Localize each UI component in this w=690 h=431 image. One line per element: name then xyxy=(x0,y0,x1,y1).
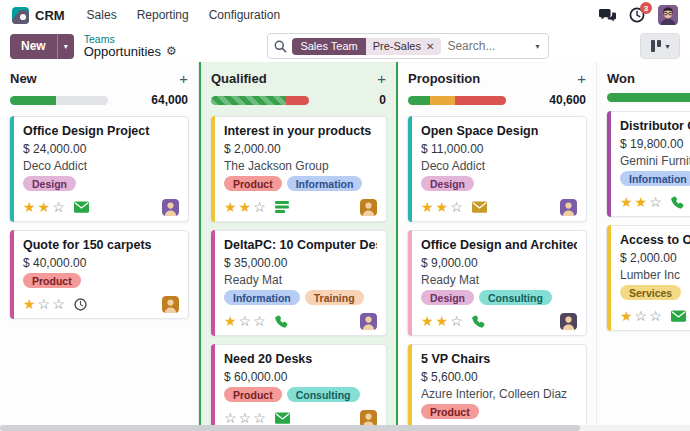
priority-star-icon[interactable]: ☆ xyxy=(253,411,266,425)
phone-activity-icon[interactable] xyxy=(472,315,485,328)
search-options-caret-icon[interactable]: ▾ xyxy=(526,34,548,58)
card-partner: The Jackson Group xyxy=(224,159,377,173)
salesperson-avatar[interactable] xyxy=(560,313,577,330)
tag-design: Design xyxy=(421,176,474,191)
progress-segment[interactable] xyxy=(607,93,690,102)
kanban-card[interactable]: Office Design Project$ 24,000.00Deco Add… xyxy=(9,116,189,222)
app-switcher[interactable]: CRM xyxy=(12,7,65,24)
kanban-card[interactable]: Access to Online Catalog$ 2,000.00Lumber… xyxy=(606,225,690,331)
priority-star-icon[interactable]: ★ xyxy=(436,314,449,328)
messages-icon[interactable] xyxy=(599,8,616,23)
priority-star-icon[interactable]: ☆ xyxy=(450,314,463,328)
priority-star-icon[interactable]: ★ xyxy=(38,200,51,214)
menu-reporting[interactable]: Reporting xyxy=(137,8,189,22)
priority-star-icon[interactable]: ★ xyxy=(436,200,449,214)
card-title: Office Design Project xyxy=(23,124,179,138)
priority-star-icon[interactable]: ☆ xyxy=(253,314,266,328)
phone-activity-icon[interactable] xyxy=(275,315,288,328)
facet-value-text: Pre-Sales xyxy=(373,40,421,52)
tag-information: Information xyxy=(620,171,690,186)
card-color-bar xyxy=(211,344,215,425)
progress-segment[interactable] xyxy=(10,96,56,105)
salesperson-avatar[interactable] xyxy=(360,199,377,216)
tasks-activity-icon[interactable] xyxy=(275,201,289,213)
priority-star-icon[interactable]: ★ xyxy=(239,200,252,214)
view-switcher-button[interactable]: ▾ xyxy=(640,33,680,59)
envelope-activity-icon[interactable] xyxy=(671,310,686,322)
progress-segment[interactable] xyxy=(430,96,455,105)
progress-segment[interactable] xyxy=(286,96,309,105)
new-button[interactable]: New xyxy=(10,34,57,59)
card-footer: ★★☆ xyxy=(224,198,377,216)
kanban-card[interactable]: Need 20 Desks$ 60,000.00ProductConsultin… xyxy=(210,344,387,425)
priority-star-icon[interactable]: ☆ xyxy=(52,200,65,214)
column-title: Proposition xyxy=(408,71,480,86)
priority-star-icon[interactable]: ★ xyxy=(421,314,434,328)
progress-segment[interactable] xyxy=(56,96,108,105)
main-menu: Sales Reporting Configuration xyxy=(87,8,280,22)
envelope-activity-icon[interactable] xyxy=(275,412,290,424)
priority-star-icon[interactable]: ★ xyxy=(421,200,434,214)
priority-star-icon[interactable]: ★ xyxy=(620,195,633,209)
priority-star-icon[interactable]: ☆ xyxy=(635,309,648,323)
priority-star-icon[interactable]: ☆ xyxy=(649,195,662,209)
activities-clock-icon[interactable]: 3 xyxy=(629,7,645,23)
search-bar[interactable]: Sales Team Pre-Sales ✕ ▾ xyxy=(267,33,549,59)
kanban-card[interactable]: Distributor Contract$ 19,800.00Gemini Fu… xyxy=(606,111,690,217)
envelope-activity-icon[interactable] xyxy=(74,201,89,213)
card-color-bar xyxy=(10,230,14,319)
priority-star-icon[interactable]: ☆ xyxy=(450,200,463,214)
priority-star-icon[interactable]: ☆ xyxy=(224,411,237,425)
breadcrumb-parent-link[interactable]: Teams xyxy=(84,33,177,45)
horizontal-scrollbar xyxy=(0,425,690,431)
priority-star-icon[interactable]: ☆ xyxy=(239,314,252,328)
priority-star-icon[interactable]: ☆ xyxy=(38,297,51,311)
tag-product: Product xyxy=(224,387,282,402)
kanban-card[interactable]: Office Design and Architecture$ 9,000.00… xyxy=(407,230,587,336)
tag-product: Product xyxy=(421,404,479,419)
priority-star-icon[interactable]: ☆ xyxy=(52,297,65,311)
kanban-column-new: New+64,000Office Design Project$ 24,000.… xyxy=(0,62,199,425)
salesperson-avatar[interactable] xyxy=(560,199,577,216)
envelope-activity-icon[interactable] xyxy=(472,201,487,213)
card-tags: InformationOther xyxy=(620,171,690,186)
kanban-card[interactable]: Interest in your products$ 2,000.00The J… xyxy=(210,116,387,222)
user-avatar[interactable] xyxy=(658,5,678,25)
add-record-icon[interactable]: + xyxy=(179,71,188,86)
kanban-card[interactable]: DeltaPC: 10 Computer Desks$ 35,000.00Rea… xyxy=(210,230,387,336)
search-input[interactable] xyxy=(447,39,526,53)
gear-icon[interactable]: ⚙ xyxy=(166,45,177,59)
kanban-card[interactable]: Open Space Design$ 11,000.00Deco AddictD… xyxy=(407,116,587,222)
priority-star-icon[interactable]: ★ xyxy=(224,200,237,214)
progress-segment[interactable] xyxy=(211,96,286,105)
add-record-icon[interactable]: + xyxy=(577,71,586,86)
menu-sales[interactable]: Sales xyxy=(87,8,117,22)
add-record-icon[interactable]: + xyxy=(377,71,386,86)
column-title: Won xyxy=(607,71,635,86)
progress-segment[interactable] xyxy=(408,96,430,105)
priority-star-icon[interactable]: ★ xyxy=(224,314,237,328)
new-button-dropdown[interactable]: ▾ xyxy=(57,34,74,59)
facet-remove-icon[interactable]: ✕ xyxy=(426,41,434,52)
card-footer: ★★☆ xyxy=(23,198,179,216)
priority-star-icon[interactable]: ☆ xyxy=(253,200,266,214)
kanban-card[interactable]: 5 VP Chairs$ 5,600.00Azure Interior, Col… xyxy=(407,344,587,425)
phone-activity-icon[interactable] xyxy=(671,196,684,209)
priority-star-icon[interactable]: ★ xyxy=(23,297,36,311)
menu-configuration[interactable]: Configuration xyxy=(209,8,280,22)
priority-star-icon[interactable]: ☆ xyxy=(239,411,252,425)
progress-segment[interactable] xyxy=(455,96,506,105)
salesperson-avatar[interactable] xyxy=(360,313,377,330)
salesperson-avatar[interactable] xyxy=(360,410,377,426)
tag-product: Product xyxy=(23,273,81,288)
salesperson-avatar[interactable] xyxy=(162,296,179,313)
salesperson-avatar[interactable] xyxy=(162,199,179,216)
kanban-card[interactable]: Quote for 150 carpets$ 40,000.00Product★… xyxy=(9,230,189,319)
priority-star-icon[interactable]: ★ xyxy=(23,200,36,214)
tag-training: Training xyxy=(305,290,364,305)
priority-star-icon[interactable]: ★ xyxy=(635,195,648,209)
horizontal-scrollbar-thumb[interactable] xyxy=(0,425,580,431)
priority-star-icon[interactable]: ★ xyxy=(620,309,633,323)
priority-star-icon[interactable]: ☆ xyxy=(649,309,662,323)
clock-activity-icon[interactable] xyxy=(74,298,87,311)
